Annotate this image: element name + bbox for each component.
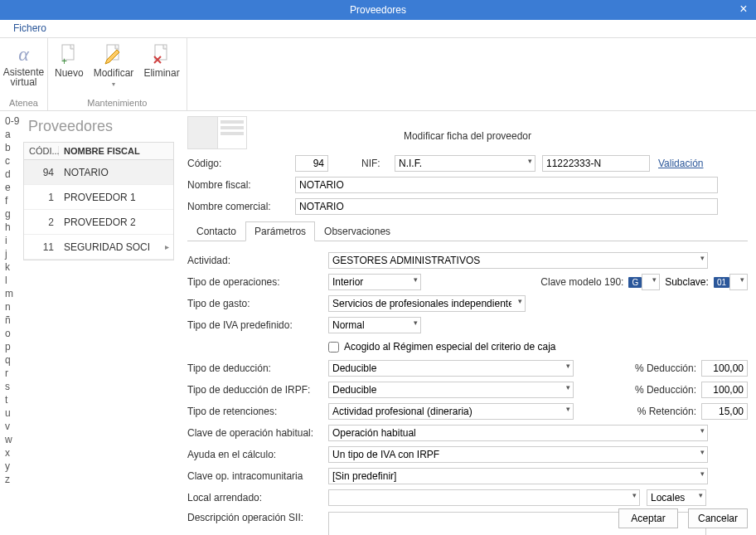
list-title: Proveedores <box>23 116 174 142</box>
alpha-item[interactable]: z <box>5 473 23 486</box>
tab-observaciones[interactable]: Observaciones <box>315 221 400 241</box>
list-row[interactable]: 11 SEGURIDAD SOCI ▸ <box>24 235 173 260</box>
alpha-item[interactable]: g <box>5 207 23 221</box>
aceptar-button[interactable]: Aceptar <box>618 508 678 528</box>
alpha-item[interactable]: f <box>5 194 23 207</box>
ribbon-group-mantenimiento: + Nuevo Modificar ▾ Eliminar Mantenimien… <box>48 38 187 110</box>
col-codigo[interactable]: CÓDI... <box>24 146 59 156</box>
nif-type-select[interactable] <box>395 155 536 172</box>
horizontal-scrollbar[interactable] <box>23 493 174 506</box>
alpha-item[interactable]: u <box>5 406 23 420</box>
tipo-deduccion-irpf-select[interactable] <box>328 382 574 398</box>
acogido-checkbox[interactable] <box>328 342 339 353</box>
alpha-item[interactable]: p <box>5 340 23 353</box>
eliminar-button[interactable]: Eliminar <box>143 42 179 79</box>
label-acogido: Acogido al Régimen especial del criterio… <box>344 341 555 353</box>
clave-intra-select[interactable] <box>328 468 708 484</box>
alpha-item[interactable]: q <box>5 353 23 367</box>
local-arrendado-select[interactable] <box>328 489 640 506</box>
asistente-virtual-button[interactable]: α Asistente virtual <box>3 42 44 87</box>
nombre-fiscal-input[interactable] <box>295 177 718 193</box>
alpha-item[interactable]: w <box>5 433 23 446</box>
window-title: Proveedores <box>350 4 406 16</box>
pct-retencion-input[interactable] <box>701 403 748 420</box>
label-pct-deduccion: % Deducción: <box>635 362 696 374</box>
close-icon[interactable]: × <box>731 0 756 20</box>
tab-contacto[interactable]: Contacto <box>187 221 245 241</box>
alpha-item[interactable]: ñ <box>5 314 23 327</box>
alpha-item[interactable]: n <box>5 300 23 314</box>
codigo-input[interactable] <box>295 155 328 172</box>
tipo-operaciones-select[interactable] <box>328 274 421 290</box>
pct-deduccion-input[interactable] <box>701 360 748 377</box>
label-tipo-iva: Tipo de IVA predefinido: <box>187 319 328 331</box>
locales-select[interactable] <box>647 489 706 506</box>
ayuda-calc-select[interactable] <box>328 446 708 463</box>
subclave-select[interactable] <box>729 274 748 290</box>
label-local-arrendado: Local arrendado: <box>187 492 328 503</box>
alpha-item[interactable]: k <box>5 260 23 274</box>
alpha-item[interactable]: d <box>5 168 23 181</box>
list-row[interactable]: 2 PROVEEDOR 2 <box>24 210 173 235</box>
nuevo-button[interactable]: + Nuevo <box>55 42 84 79</box>
ribbon: α Asistente virtual Atenea + Nuevo Modif… <box>0 38 756 111</box>
label-descripcion-sii: Descripción operación SII: <box>187 512 328 523</box>
form-tabs: Contacto Parámetros Observaciones <box>187 221 748 241</box>
label-nif: NIF: <box>361 158 395 169</box>
alpha-item[interactable]: o <box>5 327 23 340</box>
col-nombre[interactable]: NOMBRE FISCAL <box>59 146 173 156</box>
alpha-item[interactable]: r <box>5 367 23 380</box>
alpha-item[interactable]: t <box>5 393 23 406</box>
alpha-item[interactable]: a <box>5 128 23 141</box>
list-panel: Proveedores CÓDI... NOMBRE FISCAL 94 NOT… <box>23 111 174 535</box>
chevron-down-icon: ▾ <box>112 80 115 88</box>
form-title: Modificar ficha del proveedor <box>187 111 748 153</box>
alpha-item[interactable]: y <box>5 460 23 473</box>
alpha-item[interactable]: x <box>5 446 23 460</box>
form-panel: Modificar ficha del proveedor Código: NI… <box>174 111 756 535</box>
list-row[interactable]: 1 PROVEEDOR 1 <box>24 185 173 210</box>
alpha-item[interactable]: b <box>5 141 23 154</box>
list-row[interactable]: 94 NOTARIO <box>24 160 173 185</box>
tab-fichero[interactable]: Fichero <box>2 20 58 36</box>
label-tipo-deduccion: Tipo de deducción: <box>187 362 328 374</box>
alpha-item[interactable]: j <box>5 247 23 260</box>
tipo-gasto-select[interactable] <box>328 295 526 312</box>
modificar-button[interactable]: Modificar ▾ <box>94 42 134 88</box>
alpha-item[interactable]: v <box>5 420 23 433</box>
tipo-retenciones-select[interactable] <box>328 403 574 420</box>
label-tipo-retenciones: Tipo de retenciones: <box>187 406 328 417</box>
nif-input[interactable] <box>542 155 650 172</box>
tipo-iva-select[interactable] <box>328 317 421 333</box>
cancelar-button[interactable]: Cancelar <box>688 508 748 528</box>
label-tipo-deduccion-irpf: Tipo de deducción de IRPF: <box>187 384 328 396</box>
alpha-item[interactable]: s <box>5 380 23 393</box>
tipo-deduccion-select[interactable] <box>328 360 574 377</box>
thumbnail-icon <box>187 116 247 149</box>
alpha-item[interactable]: h <box>5 221 23 234</box>
clave-op-hab-select[interactable] <box>328 425 708 441</box>
list-header: CÓDI... NOMBRE FISCAL <box>23 142 174 160</box>
validacion-link[interactable]: Validación <box>658 158 703 169</box>
actividad-select[interactable] <box>328 252 708 269</box>
label-tipo-operaciones: Tipo de operaciones: <box>187 276 328 288</box>
nombre-comercial-input[interactable] <box>295 198 718 215</box>
label-subclave: Subclave: <box>665 276 709 288</box>
label-clave-op-hab: Clave de operación habitual: <box>187 427 328 439</box>
ribbon-group-atenea: α Asistente virtual Atenea <box>0 38 48 110</box>
clave190-select[interactable] <box>642 274 660 290</box>
alpha-item[interactable]: l <box>5 274 23 287</box>
clave190-chip: G <box>628 277 642 288</box>
alpha-item[interactable]: e <box>5 181 23 194</box>
ribbon-group-label: Atenea <box>9 98 38 110</box>
pct-deduccion-irpf-input[interactable] <box>701 382 748 398</box>
tab-parametros[interactable]: Parámetros <box>245 221 315 241</box>
alpha-item[interactable]: c <box>5 154 23 168</box>
svg-text:+: + <box>61 56 67 65</box>
label-pct-deduccion-irpf: % Deducción: <box>635 384 696 396</box>
alpha-item[interactable]: m <box>5 287 23 300</box>
alpha-item[interactable]: i <box>5 234 23 247</box>
alpha-icon: α <box>12 42 36 66</box>
alpha-item[interactable]: 0-9 <box>5 114 23 128</box>
menu-tabs: Fichero <box>0 20 756 38</box>
